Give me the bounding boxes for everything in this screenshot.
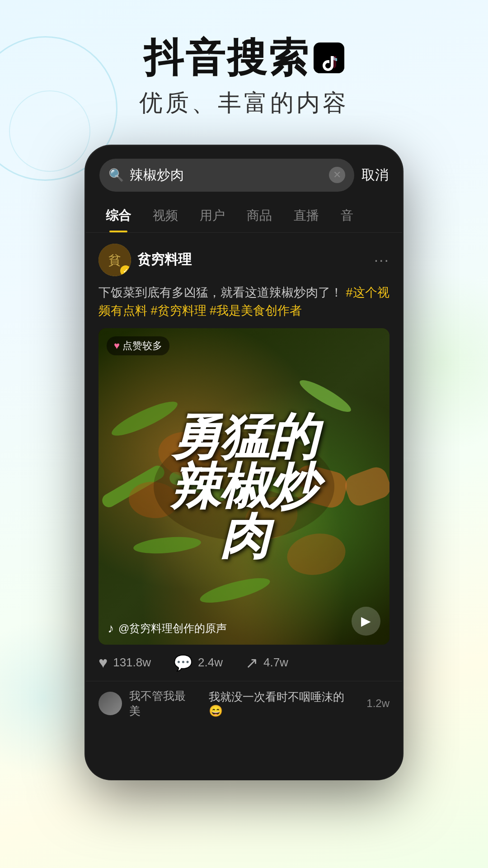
like-icon: ♥ [99, 654, 108, 671]
likes-count: 131.8w [113, 656, 151, 670]
main-title-text: 抖音搜索 [144, 36, 310, 80]
search-input-box[interactable]: 🔍 辣椒炒肉 ✕ [99, 159, 354, 192]
search-clear-button[interactable]: ✕ [329, 167, 345, 183]
tiktok-logo-icon [314, 42, 344, 73]
search-cancel-button[interactable]: 取消 [361, 166, 389, 184]
share-icon: ↗ [245, 654, 258, 672]
hashtag-2[interactable]: #贫穷料理 [151, 304, 206, 317]
sub-title: 优质、丰富的内容 [0, 87, 488, 119]
post-user[interactable]: 貧 ✓ 贫穷料理 [99, 244, 192, 276]
stats-row: ♥ 131.8w 💬 2.4w ↗ 4.7w [86, 645, 402, 681]
verified-badge: ✓ [120, 265, 131, 276]
tab-视频[interactable]: 视频 [142, 199, 189, 232]
video-big-text: 勇猛的辣椒炒肉 [171, 412, 317, 561]
phone-container: 🔍 辣椒炒肉 ✕ 取消 综合 视频 用户 [0, 146, 488, 779]
comment-row: 我不管我最美 我就没一次看时不咽唾沫的 😄 1.2w [99, 689, 389, 718]
post-text: 下饭菜到底有多凶猛，就看这道辣椒炒肉了！ #这个视频有点料 #贫穷料理 #我是美… [99, 283, 389, 320]
stat-shares[interactable]: ↗ 4.7w [245, 654, 288, 672]
comment-count: 1.2w [366, 697, 389, 710]
comment-text: 我就没一次看时不咽唾沫的 😄 [209, 689, 359, 717]
hashtag-3[interactable]: #我是美食创作者 [210, 304, 302, 317]
comments-count: 2.4w [198, 656, 223, 670]
post-card: 貧 ✓ 贫穷料理 ··· 下饭菜到底有多凶猛，就看这道辣椒炒肉了！ #这个视频有… [86, 233, 402, 645]
search-icon: 🔍 [108, 168, 124, 183]
tab-商品[interactable]: 商品 [236, 199, 283, 232]
main-title-container: 抖音搜索 [0, 36, 488, 80]
stat-comments[interactable]: 💬 2.4w [174, 654, 223, 672]
svg-text:貧: 貧 [108, 253, 121, 267]
avatar: 貧 ✓ [99, 244, 131, 276]
more-options-icon[interactable]: ··· [374, 251, 389, 269]
title-area: 抖音搜索 优质、丰富的内容 [0, 0, 488, 137]
stat-likes[interactable]: ♥ 131.8w [99, 654, 151, 671]
video-inner: 勇猛的辣椒炒肉 ♥ 点赞较多 ♪ @贫穷料理创作的原声 [99, 328, 389, 645]
clear-icon: ✕ [333, 169, 341, 181]
post-header: 貧 ✓ 贫穷料理 ··· [99, 244, 389, 276]
comment-icon: 💬 [174, 654, 192, 672]
tabs-row: 综合 视频 用户 商品 直播 音 [86, 199, 402, 233]
search-bar: 🔍 辣椒炒肉 ✕ 取消 [86, 146, 402, 199]
video-thumbnail[interactable]: 勇猛的辣椒炒肉 ♥ 点赞较多 ♪ @贫穷料理创作的原声 [99, 328, 389, 645]
phone-mockup: 🔍 辣椒炒肉 ✕ 取消 综合 视频 用户 [86, 146, 402, 779]
tab-音[interactable]: 音 [330, 199, 364, 232]
comment-preview: 我不管我最美 我就没一次看时不咽唾沫的 😄 1.2w [86, 681, 402, 736]
comment-avatar [99, 692, 122, 715]
user-name: 贫穷料理 [137, 250, 192, 269]
comment-user-name: 我不管我最美 [129, 689, 196, 718]
tab-综合[interactable]: 综合 [95, 199, 142, 232]
video-text-overlay: 勇猛的辣椒炒肉 [99, 328, 389, 645]
tab-用户[interactable]: 用户 [189, 199, 236, 232]
shares-count: 4.7w [263, 656, 288, 670]
phone-content: 🔍 辣椒炒肉 ✕ 取消 综合 视频 用户 [86, 146, 402, 779]
tab-直播[interactable]: 直播 [283, 199, 330, 232]
search-query: 辣椒炒肉 [130, 166, 324, 184]
